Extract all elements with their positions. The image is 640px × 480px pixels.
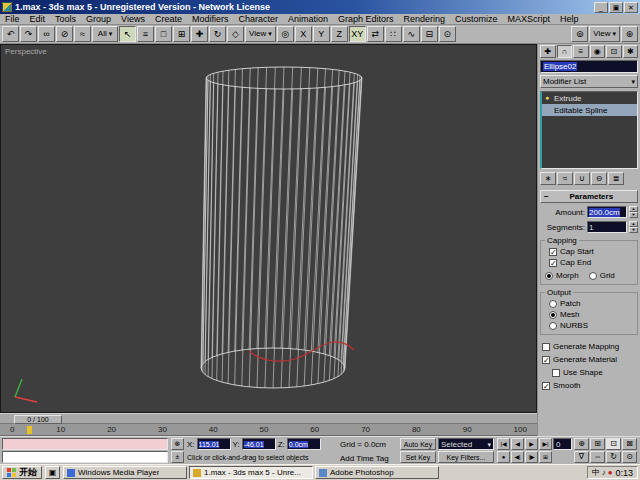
selection-filter-dropdown[interactable]: All	[92, 26, 118, 42]
add-time-tag[interactable]: Add Time Tag	[340, 454, 389, 463]
zoom-all-button[interactable]: ⊞	[590, 438, 605, 450]
key-filters-button[interactable]: Key Filters...	[438, 451, 494, 463]
mesh-radio[interactable]: Mesh	[549, 309, 635, 320]
menu-views[interactable]: Views	[116, 14, 150, 24]
amount-field[interactable]: 200.0cm	[587, 206, 627, 218]
menu-edit[interactable]: Edit	[25, 14, 51, 24]
generate-mapping-checkbox[interactable]: Generate Mapping	[542, 341, 638, 352]
pin-stack-button[interactable]: ∗	[540, 172, 556, 185]
object-name-field[interactable]: Ellipse02	[540, 60, 638, 73]
menu-file[interactable]: File	[0, 14, 25, 24]
timeline-ruler[interactable]: 0102030405060708090100	[0, 424, 537, 436]
morph-radio[interactable]: Morph	[545, 270, 579, 281]
coord-system-dropdown[interactable]: View	[245, 26, 276, 42]
display-tab[interactable]: ⊡	[606, 45, 622, 58]
nurbs-radio[interactable]: NURBS	[549, 320, 635, 331]
create-tab[interactable]: ✚	[540, 45, 556, 58]
unlink-button[interactable]: ⊘	[56, 26, 73, 42]
pan-button[interactable]: ⇔	[590, 451, 605, 463]
min-max-toggle-button[interactable]: ⊙	[622, 451, 637, 463]
go-to-start-button[interactable]: |◀	[497, 438, 510, 450]
desktop-icon[interactable]: ▣	[45, 466, 60, 479]
show-end-result-button[interactable]: ≈	[557, 172, 573, 185]
configure-button[interactable]: ≣	[608, 172, 624, 185]
maxscript-listener-line[interactable]	[2, 451, 168, 463]
pivot-center-button[interactable]: ◎	[277, 26, 294, 42]
set-key-button[interactable]: Set Key	[400, 451, 436, 463]
menu-animation[interactable]: Animation	[283, 14, 333, 24]
alert-icon[interactable]: ●	[608, 467, 613, 478]
modifier-visibility-icon[interactable]: ●	[545, 92, 551, 104]
z-coordinate-field[interactable]: 0.0cm	[287, 438, 321, 450]
redo-button[interactable]: ↷	[20, 26, 37, 42]
menu-create[interactable]: Create	[150, 14, 187, 24]
axis-z-button[interactable]: Z	[331, 26, 348, 42]
select-by-name-button[interactable]: ≡	[137, 26, 154, 42]
axis-x-button[interactable]: X	[295, 26, 312, 42]
zoom-extents-all-button[interactable]: ⊠	[622, 438, 637, 450]
current-time-field[interactable]: 0	[553, 438, 572, 450]
cap-end-checkbox[interactable]: Cap End	[549, 257, 635, 268]
absolute-offset-button[interactable]: ±	[171, 451, 184, 463]
mirror-button[interactable]: ⇄	[367, 26, 384, 42]
x-coordinate-field[interactable]: 115.01	[197, 438, 231, 450]
make-unique-button[interactable]: ∪	[574, 172, 590, 185]
menu-group[interactable]: Group	[81, 14, 116, 24]
schematic-view-button[interactable]: ⊟	[421, 26, 438, 42]
viewport-label[interactable]: Perspective	[5, 47, 47, 56]
restore-button[interactable]: ▣	[609, 2, 623, 13]
previous-key-button[interactable]: ◀|	[511, 451, 524, 463]
zoom-extents-button[interactable]: ⊡	[606, 438, 621, 450]
patch-radio[interactable]: Patch	[549, 298, 635, 309]
next-key-button[interactable]: |▶	[525, 451, 538, 463]
hierarchy-tab[interactable]: ≡	[573, 45, 589, 58]
selection-lock-button[interactable]: ⊗	[171, 438, 184, 450]
field-of-view-button[interactable]: ∇	[574, 451, 589, 463]
align-button[interactable]: ∷	[385, 26, 402, 42]
bind-spacewarp-button[interactable]: ≈	[74, 26, 91, 42]
utilities-tab[interactable]: ✱	[623, 45, 639, 58]
menu-modifiers[interactable]: Modifiers	[187, 14, 234, 24]
auto-key-button[interactable]: Auto Key	[400, 438, 436, 450]
previous-frame-button[interactable]: ◀	[511, 438, 524, 450]
scale-button[interactable]: ◇	[227, 26, 244, 42]
modify-tab[interactable]: ∩	[557, 45, 573, 58]
render-type-dropdown[interactable]: View	[589, 26, 620, 42]
window-crossing-button[interactable]: ⊞	[173, 26, 190, 42]
menu-tools[interactable]: Tools	[50, 14, 81, 24]
close-button[interactable]: ✕	[624, 2, 638, 13]
motion-tab[interactable]: ◉	[590, 45, 606, 58]
menu-character[interactable]: Character	[233, 14, 283, 24]
quick-render-button[interactable]: ⊛	[621, 26, 638, 42]
menu-help[interactable]: Help	[555, 14, 584, 24]
start-button[interactable]: 开始	[2, 466, 42, 479]
rotate-button[interactable]: ↻	[209, 26, 226, 42]
go-to-end-button[interactable]: ▶|	[539, 438, 552, 450]
key-mode-button[interactable]: ●	[497, 451, 510, 463]
remove-modifier-button[interactable]: ⊖	[591, 172, 607, 185]
menu-graph-editors[interactable]: Graph Editors	[333, 14, 399, 24]
task-windows-media-player[interactable]: Windows Media Player	[63, 466, 187, 479]
task-adobe-photoshop[interactable]: Adobe Photoshop	[315, 466, 439, 479]
select-link-button[interactable]: ∞	[38, 26, 55, 42]
modifier-extrude[interactable]: ● Extrude	[542, 92, 637, 104]
zoom-button[interactable]: ⊕	[574, 438, 589, 450]
curve-editor-button[interactable]: ∿	[403, 26, 420, 42]
move-button[interactable]: ✚	[191, 26, 208, 42]
parameters-rollout-header[interactable]: − Parameters	[540, 190, 638, 203]
arc-rotate-button[interactable]: ↻	[606, 451, 621, 463]
undo-button[interactable]: ↶	[2, 26, 19, 42]
grid-radio[interactable]: Grid	[589, 270, 615, 281]
axis-y-button[interactable]: Y	[313, 26, 330, 42]
minimize-button[interactable]: _	[594, 2, 608, 13]
menu-rendering[interactable]: Rendering	[399, 14, 451, 24]
base-editable-spline[interactable]: Editable Spline	[542, 104, 637, 116]
task-3ds-max[interactable]: 1.max - 3ds max 5 - Unre...	[189, 466, 313, 479]
material-editor-button[interactable]: ⊙	[439, 26, 456, 42]
y-coordinate-field[interactable]: -46.01	[242, 438, 276, 450]
modifier-list-dropdown[interactable]: Modifier List	[540, 75, 638, 88]
menu-maxscript[interactable]: MAXScript	[503, 14, 556, 24]
rect-select-button[interactable]: □	[155, 26, 172, 42]
menu-customize[interactable]: Customize	[450, 14, 503, 24]
smooth-checkbox[interactable]: Smooth	[542, 380, 638, 391]
